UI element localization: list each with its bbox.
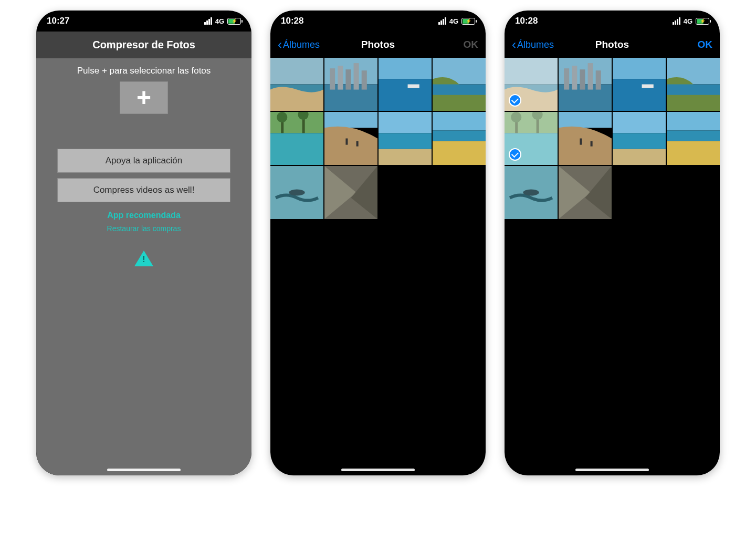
- restore-purchases-link[interactable]: Restaurar las compras: [36, 224, 251, 233]
- photo-thumb[interactable]: [379, 112, 432, 165]
- photo-thumb-selected[interactable]: [505, 58, 558, 111]
- checkmark-icon: [509, 148, 521, 161]
- photo-grid: [270, 58, 486, 219]
- back-label: Álbumes: [283, 39, 320, 50]
- photo-thumb[interactable]: [667, 112, 720, 165]
- status-time: 10:27: [47, 16, 69, 26]
- back-button[interactable]: ‹ Álbumes: [512, 38, 554, 51]
- nav-bar: ‹ Álbumes Photos OK: [270, 32, 486, 58]
- add-photos-button[interactable]: +: [120, 81, 168, 114]
- support-app-button[interactable]: Apoya la aplicación: [57, 149, 230, 173]
- photo-thumb[interactable]: [270, 58, 323, 111]
- phone-picker-selected: 10:28 4G ⚡ ‹ Álbumes Photos OK: [505, 11, 720, 475]
- photo-thumb[interactable]: [505, 166, 558, 219]
- photo-thumb[interactable]: [433, 112, 486, 165]
- compress-videos-button[interactable]: Compress videos as well!: [57, 178, 230, 202]
- photo-thumb[interactable]: [613, 112, 666, 165]
- signal-icon: [204, 17, 212, 25]
- photo-thumb[interactable]: [324, 58, 377, 111]
- ok-button[interactable]: OK: [464, 39, 479, 50]
- photo-thumb[interactable]: [324, 112, 377, 165]
- photo-thumb[interactable]: [270, 166, 323, 219]
- photo-thumb[interactable]: [559, 112, 612, 165]
- recommended-app-link[interactable]: App recomendada: [36, 211, 251, 220]
- photo-thumb-selected[interactable]: [505, 112, 558, 165]
- back-button[interactable]: ‹ Álbumes: [278, 38, 320, 51]
- signal-icon: [673, 17, 680, 25]
- ok-button[interactable]: OK: [698, 39, 713, 50]
- status-time: 10:28: [515, 16, 538, 26]
- checkmark-icon: [509, 94, 521, 107]
- page-title: Compresor de Fotos: [36, 32, 251, 58]
- home-indicator[interactable]: [341, 469, 415, 471]
- status-time: 10:28: [281, 16, 303, 26]
- status-indicators: 4G ⚡: [438, 17, 475, 25]
- photo-thumb[interactable]: [270, 112, 323, 165]
- back-label: Álbumes: [517, 39, 554, 50]
- photo-thumb[interactable]: [559, 166, 612, 219]
- battery-icon: ⚡: [696, 18, 709, 25]
- nav-bar: ‹ Álbumes Photos OK: [505, 32, 720, 58]
- photo-thumb[interactable]: [324, 166, 377, 219]
- warning-icon[interactable]: [134, 251, 153, 266]
- status-indicators: 4G ⚡: [204, 17, 241, 25]
- chevron-left-icon: ‹: [278, 38, 282, 51]
- network-label: 4G: [215, 17, 224, 25]
- plus-icon: +: [136, 85, 151, 110]
- signal-icon: [438, 17, 446, 25]
- status-bar: 10:28 4G ⚡: [270, 11, 486, 32]
- phone-picker-unselected: 10:28 4G ⚡ ‹ Álbumes Photos OK: [270, 11, 486, 475]
- battery-icon: ⚡: [227, 18, 241, 25]
- network-label: 4G: [449, 17, 458, 25]
- photo-thumb[interactable]: [559, 58, 612, 111]
- instruction-text: Pulse + para seleccionar las fotos: [36, 66, 251, 76]
- home-indicator[interactable]: [107, 469, 181, 471]
- photo-thumb[interactable]: [379, 58, 432, 111]
- photo-grid: [505, 58, 720, 219]
- status-bar: 10:27 4G ⚡: [36, 11, 251, 32]
- status-indicators: 4G ⚡: [673, 17, 709, 25]
- phone-main-screen: 10:27 4G ⚡ Compresor de Fotos Pulse + pa…: [36, 11, 251, 475]
- network-label: 4G: [684, 17, 692, 25]
- home-indicator[interactable]: [575, 469, 649, 471]
- status-bar: 10:28 4G ⚡: [505, 11, 720, 32]
- photo-thumb[interactable]: [433, 58, 486, 111]
- photo-thumb[interactable]: [613, 58, 666, 111]
- chevron-left-icon: ‹: [512, 38, 516, 51]
- battery-icon: ⚡: [461, 18, 475, 25]
- photo-thumb[interactable]: [667, 58, 720, 111]
